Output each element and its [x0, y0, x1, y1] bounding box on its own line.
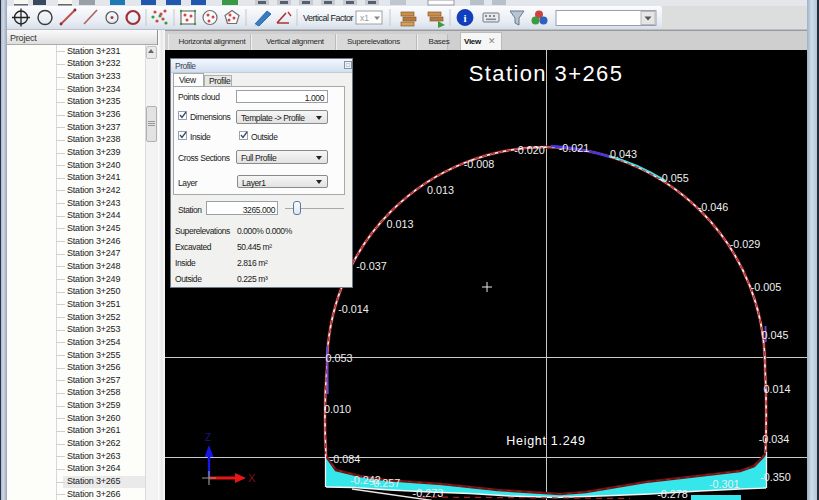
svg-text:-0.278: -0.278 — [657, 488, 688, 500]
svg-text:i: i — [463, 12, 466, 24]
svg-text:-0.055: -0.055 — [658, 172, 689, 184]
svg-text:-0.046: -0.046 — [698, 201, 729, 213]
svg-text:0.013: 0.013 — [386, 218, 413, 230]
svg-text:x1: x1 — [360, 13, 369, 23]
svg-text:Vertical Factor: Vertical Factor — [303, 13, 354, 23]
svg-text:Z: Z — [205, 432, 211, 443]
svg-text:-0.034: -0.034 — [759, 433, 790, 445]
svg-text:0.053: 0.053 — [325, 352, 352, 364]
svg-text:-0.084: -0.084 — [330, 453, 361, 465]
svg-text:-0.014: -0.014 — [338, 303, 369, 315]
svg-text:X: X — [248, 472, 256, 484]
svg-text:Height 1.249: Height 1.249 — [506, 434, 585, 448]
svg-text:Station 3+265: Station 3+265 — [469, 61, 624, 86]
svg-text:-0.350: -0.350 — [760, 471, 791, 483]
svg-text:-0.020: -0.020 — [514, 144, 545, 156]
svg-text:-0.005: -0.005 — [751, 281, 782, 293]
svg-text:-0.301: -0.301 — [709, 478, 740, 490]
svg-text:0.045: 0.045 — [761, 329, 788, 341]
svg-text:-0.273: -0.273 — [413, 487, 444, 499]
svg-text:0.010: 0.010 — [324, 403, 351, 415]
svg-text:-0.021: -0.021 — [559, 142, 590, 154]
svg-text:-0.037: -0.037 — [356, 260, 387, 272]
svg-text:0.013: 0.013 — [427, 184, 454, 196]
svg-text:0.014: 0.014 — [763, 383, 790, 395]
svg-text:0.043: 0.043 — [610, 148, 637, 160]
svg-text:-0.008: -0.008 — [464, 158, 495, 170]
svg-text:-0.029: -0.029 — [730, 238, 761, 250]
svg-text:-0.257: -0.257 — [370, 477, 401, 489]
